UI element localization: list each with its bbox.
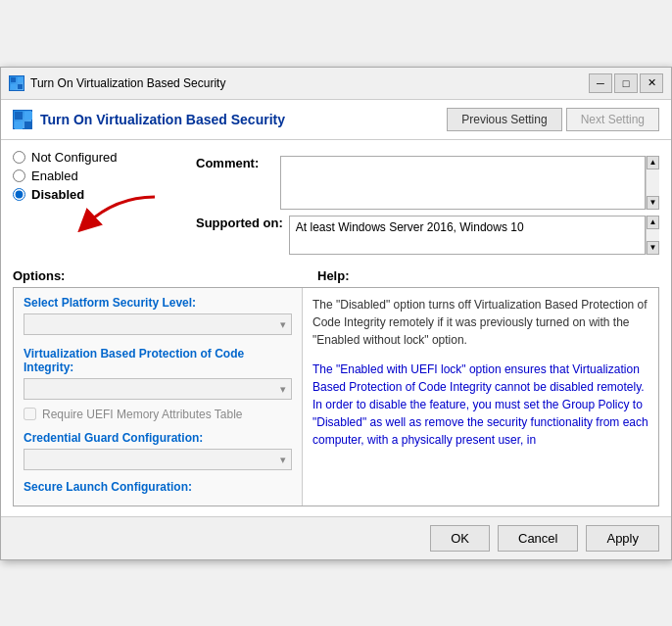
dialog-icon: [13, 110, 32, 129]
supported-scrollbar: ▲ ▼: [646, 216, 659, 255]
close-button[interactable]: ✕: [640, 73, 663, 93]
dialog-footer: OK Cancel Apply: [1, 516, 671, 559]
supported-area-wrapper: At least Windows Server 2016, Windows 10…: [289, 216, 659, 255]
previous-setting-button[interactable]: Previous Setting: [447, 108, 561, 131]
credential-dropdown-wrapper: [24, 449, 292, 470]
options-help-area: Options: Help: Select Platform Security …: [13, 268, 659, 506]
svg-rect-7: [24, 121, 32, 129]
platform-dropdown[interactable]: [24, 313, 292, 335]
options-help-panels: Select Platform Security Level: Virtuali…: [13, 287, 659, 506]
comment-section: Comment: ▲ ▼: [196, 156, 659, 210]
minimize-button[interactable]: ─: [589, 73, 612, 93]
options-title: Options:: [13, 268, 65, 283]
vbs-label: Virtualization Based Protection of Code …: [24, 347, 292, 374]
title-controls: ─ □ ✕: [589, 73, 663, 93]
comment-label: Comment:: [196, 156, 274, 210]
apply-button[interactable]: Apply: [586, 525, 659, 552]
help-title-area: Help:: [317, 268, 659, 283]
svg-rect-2: [11, 84, 16, 89]
cancel-button[interactable]: Cancel: [498, 525, 578, 552]
help-text-2: The "Enabled with UEFI lock" option ensu…: [312, 361, 648, 449]
comment-area-wrapper: ▲ ▼: [280, 156, 659, 210]
vbs-dropdown[interactable]: [24, 378, 292, 400]
maximize-button[interactable]: □: [614, 73, 638, 93]
uefi-checkbox-option: Require UEFI Memory Attributes Table: [24, 408, 292, 421]
supported-value: At least Windows Server 2016, Windows 10: [289, 216, 646, 255]
svg-rect-5: [24, 112, 32, 120]
options-title-area: Options:: [13, 268, 302, 283]
title-bar: Turn On Virtualization Based Security ─ …: [1, 68, 671, 100]
supported-section: Supported on: At least Windows Server 20…: [196, 216, 659, 255]
radio-group: Not Configured Enabled Disabled: [13, 150, 179, 202]
platform-dropdown-wrapper: [24, 313, 292, 335]
svg-rect-6: [15, 121, 23, 129]
next-setting-button[interactable]: Next Setting: [566, 108, 659, 131]
help-text-1: The "Disabled" option turns off Virtuali…: [312, 296, 648, 349]
window-icon: [9, 75, 24, 91]
supported-scroll-down[interactable]: ▼: [647, 241, 659, 255]
supported-scroll-up[interactable]: ▲: [647, 216, 659, 229]
section-labels-row: Options: Help:: [13, 268, 659, 283]
top-right-section: Comment: ▲ ▼ Supported on: At least: [184, 150, 659, 261]
nav-buttons: Previous Setting Next Setting: [447, 108, 659, 131]
main-window: Turn On Virtualization Based Security ─ …: [0, 67, 672, 560]
disabled-option: Disabled: [13, 187, 179, 202]
enabled-radio[interactable]: [13, 169, 25, 182]
title-bar-left: Turn On Virtualization Based Security: [9, 75, 225, 91]
svg-rect-4: [15, 112, 23, 120]
platform-security-label: Select Platform Security Level:: [24, 296, 292, 310]
disabled-label: Disabled: [31, 187, 84, 202]
credential-dropdown[interactable]: [24, 449, 292, 470]
comment-scrollbar: ▲ ▼: [646, 156, 659, 210]
uefi-checkbox-label: Require UEFI Memory Attributes Table: [42, 408, 243, 421]
dialog-title-text: Turn On Virtualization Based Security: [40, 112, 285, 127]
scroll-down-btn[interactable]: ▼: [647, 196, 659, 210]
secure-launch-label: Secure Launch Configuration:: [24, 480, 292, 494]
dialog-header: Turn On Virtualization Based Security Pr…: [1, 100, 671, 140]
not-configured-radio[interactable]: [13, 151, 25, 164]
credential-guard-label: Credential Guard Configuration:: [24, 431, 292, 445]
enabled-option: Enabled: [13, 169, 179, 183]
vbs-dropdown-wrapper: [24, 378, 292, 400]
not-configured-label: Not Configured: [31, 150, 117, 165]
supported-label: Supported on:: [196, 216, 283, 230]
svg-rect-3: [18, 84, 23, 89]
radio-section: Not Configured Enabled Disabled: [13, 150, 184, 261]
title-text: Turn On Virtualization Based Security: [30, 76, 225, 90]
scroll-up-btn[interactable]: ▲: [647, 156, 659, 169]
dialog-title: Turn On Virtualization Based Security: [13, 110, 285, 129]
enabled-label: Enabled: [31, 169, 78, 183]
not-configured-option: Not Configured: [13, 150, 179, 165]
uefi-checkbox[interactable]: [24, 408, 36, 420]
options-panel: Select Platform Security Level: Virtuali…: [14, 288, 303, 506]
help-panel: The "Disabled" option turns off Virtuali…: [303, 288, 658, 506]
ok-button[interactable]: OK: [430, 525, 490, 552]
svg-rect-1: [18, 77, 23, 82]
disabled-radio[interactable]: [13, 188, 25, 201]
help-title: Help:: [317, 268, 350, 283]
comment-textarea[interactable]: [280, 156, 646, 210]
svg-rect-0: [11, 77, 16, 82]
main-content: Not Configured Enabled Disabled: [1, 140, 671, 516]
